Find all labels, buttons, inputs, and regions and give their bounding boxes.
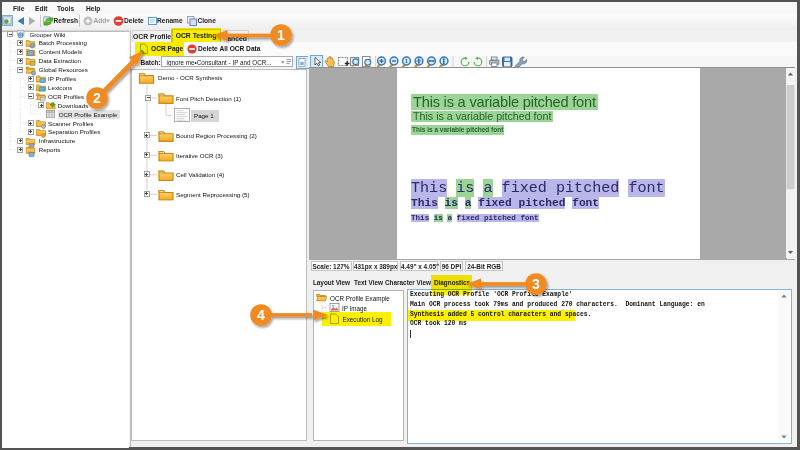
svg-text:2: 2 — [93, 90, 101, 106]
svg-text:3: 3 — [532, 276, 540, 292]
svg-text:1: 1 — [277, 27, 285, 43]
svg-text:4: 4 — [257, 307, 265, 323]
